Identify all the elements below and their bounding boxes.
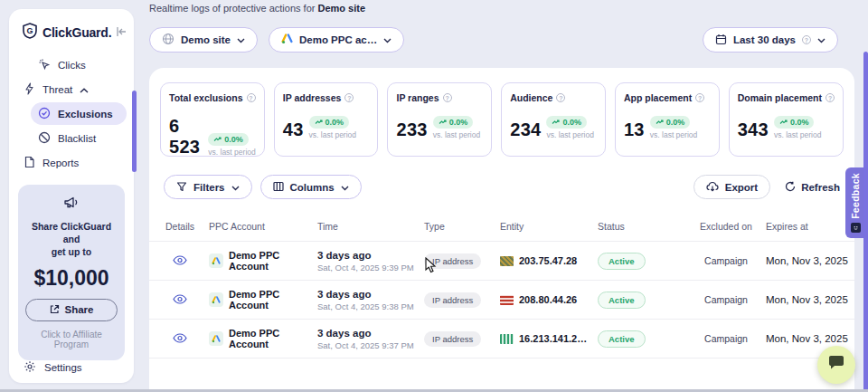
trend-up-icon xyxy=(213,137,222,142)
stat-card-total-exclusions: Total exclusions? 6 523 0.0% vs. last pe… xyxy=(160,82,265,157)
stat-card-app-placement: App placement? 13 0.0% vs. last period xyxy=(615,82,720,157)
info-icon[interactable]: ? xyxy=(247,93,256,102)
export-button[interactable]: Export xyxy=(693,175,770,199)
promo-text-line2: get up to xyxy=(25,245,118,258)
stats-row: Total exclusions? 6 523 0.0% vs. last pe… xyxy=(149,68,854,157)
trend-up-icon xyxy=(656,120,664,125)
sidebar-item-reports[interactable]: Reports xyxy=(16,151,127,174)
view-details-eye-icon[interactable] xyxy=(165,333,209,345)
info-icon[interactable]: ? xyxy=(556,93,565,102)
gear-icon xyxy=(24,360,36,375)
chat-widget-button[interactable] xyxy=(817,346,855,384)
time-relative: 3 days ago xyxy=(317,328,424,339)
sidebar-item-clicks[interactable]: Clicks xyxy=(31,53,127,76)
info-icon[interactable]: ? xyxy=(443,93,452,102)
country-flag-icon xyxy=(500,256,514,266)
expires-at: Mon, Nov 3, 2025 xyxy=(755,294,854,305)
affiliate-link[interactable]: Click to Affiliate Program xyxy=(25,330,118,349)
google-ads-icon xyxy=(209,253,223,268)
type-badge: IP address xyxy=(424,331,481,347)
entity-ip: 208.80.44.26 xyxy=(519,294,577,305)
sidebar-collapse-icon[interactable] xyxy=(116,26,127,40)
chevron-up-icon xyxy=(80,84,119,95)
google-ads-icon xyxy=(281,33,293,46)
column-header-details[interactable]: Details xyxy=(165,221,209,232)
subtitle-text: Realtime logs of protective actions for xyxy=(149,3,317,14)
affiliate-promo-card[interactable]: Share ClickGuard and get up to $10,000 S… xyxy=(18,185,125,360)
table-row[interactable]: Demo PPC Account 3 days agoSat, Oct 4, 2… xyxy=(149,241,854,280)
external-link-icon xyxy=(50,304,60,316)
table-row[interactable]: Demo PPC Account 3 days agoSat, Oct 4, 2… xyxy=(149,280,854,319)
sidebar-item-label: Clicks xyxy=(58,60,86,71)
ppc-account-selector[interactable]: Demo PPC ac… xyxy=(269,27,404,53)
expires-at: Mon, Nov 3, 2025 xyxy=(755,333,854,344)
settings-label: Settings xyxy=(44,362,82,373)
page-subtitle: Realtime logs of protective actions for … xyxy=(149,3,365,14)
table-row[interactable]: Demo PPC Account 3 days agoSat, Oct 4, 2… xyxy=(149,319,854,358)
page-scrollbar-thumb[interactable] xyxy=(863,52,868,392)
stat-delta: 0.0% xyxy=(562,118,581,127)
filters-label: Filters xyxy=(193,182,225,193)
filters-button[interactable]: Filters xyxy=(164,175,252,199)
share-button[interactable]: Share xyxy=(25,299,118,321)
cursor-click-icon xyxy=(38,58,51,72)
stat-card-ip-addresses: IP addresses? 43 0.0% vs. last period xyxy=(274,82,379,157)
sidebar-item-settings[interactable]: Settings xyxy=(9,360,134,375)
sidebar-item-label: Exclusions xyxy=(58,109,113,120)
trend-up-icon xyxy=(315,120,323,125)
info-icon: ? xyxy=(802,35,811,44)
exclusions-table: Details PPC Account Time Type Entity Sta… xyxy=(149,212,854,367)
trend-up-icon xyxy=(552,120,560,125)
type-badge: IP address xyxy=(424,253,481,269)
date-range-label: Last 30 days xyxy=(733,34,796,45)
stat-value: 343 xyxy=(738,120,769,140)
sidebar-item-label: Blacklist xyxy=(58,133,96,144)
stat-value: 13 xyxy=(624,120,645,140)
stat-period: vs. last period xyxy=(208,148,255,157)
column-header-excluded-on[interactable]: Excluded on xyxy=(697,221,755,233)
status-badge: Active xyxy=(598,253,646,270)
chevron-down-icon xyxy=(231,182,240,193)
refresh-button[interactable]: Refresh xyxy=(785,181,840,194)
stat-delta: 0.0% xyxy=(790,118,809,127)
stat-delta: 0.0% xyxy=(666,118,685,127)
stat-label: Total exclusions xyxy=(169,92,243,103)
column-header-entity[interactable]: Entity xyxy=(500,221,598,232)
globe-icon xyxy=(162,33,175,47)
stat-period: vs. last period xyxy=(309,130,356,139)
site-selector[interactable]: Demo site xyxy=(149,27,258,53)
view-details-eye-icon[interactable] xyxy=(165,294,209,306)
sidebar-scrollbar-thumb[interactable] xyxy=(132,91,137,172)
column-header-status[interactable]: Status xyxy=(598,221,697,232)
sidebar-item-label: Reports xyxy=(42,158,79,168)
time-absolute: Sat, Oct 4, 2025 9:37 PM xyxy=(317,340,424,350)
columns-icon xyxy=(273,181,284,194)
columns-button[interactable]: Columns xyxy=(260,175,362,199)
date-range-selector[interactable]: Last 30 days ? xyxy=(703,27,838,53)
feedback-tab[interactable]: Feedback xyxy=(845,167,865,238)
view-details-eye-icon[interactable] xyxy=(165,255,209,267)
stat-value: 234 xyxy=(510,120,541,140)
table-toolbar: Filters Columns Export Refresh xyxy=(149,175,854,199)
stat-label: Domain placement xyxy=(738,92,822,103)
info-icon[interactable]: ? xyxy=(695,93,704,102)
info-icon[interactable]: ? xyxy=(344,93,354,102)
excluded-on-level: Campaign xyxy=(697,294,755,305)
sidebar-item-blacklist[interactable]: Blacklist xyxy=(31,127,127,149)
info-icon[interactable]: ? xyxy=(826,93,835,102)
column-header-time[interactable]: Time xyxy=(317,221,424,232)
stat-label: App placement xyxy=(624,92,692,103)
sidebar-item-exclusions[interactable]: Exclusions xyxy=(31,102,127,125)
chevron-down-icon xyxy=(383,34,392,45)
stat-period: vs. last period xyxy=(433,130,480,139)
ppc-account-selector-label: Demo PPC ac… xyxy=(299,34,377,45)
svg-text:G: G xyxy=(26,26,33,35)
trend-up-icon xyxy=(779,120,788,125)
sidebar-item-threat[interactable]: Threat xyxy=(16,78,127,100)
document-icon xyxy=(24,156,35,170)
type-badge: IP address xyxy=(424,292,481,308)
column-header-expires-at[interactable]: Expires at xyxy=(755,221,854,232)
column-header-type[interactable]: Type xyxy=(424,221,500,232)
column-header-ppc-account[interactable]: PPC Account xyxy=(209,221,317,232)
chevron-down-icon xyxy=(341,182,349,193)
